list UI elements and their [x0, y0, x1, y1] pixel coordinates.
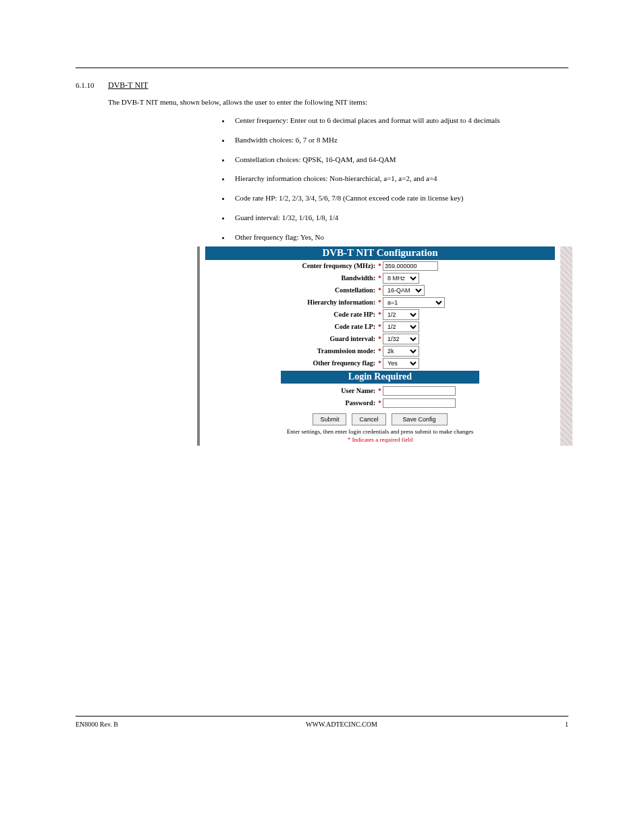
tx-mode-label: Transmission mode: — [200, 347, 377, 355]
required-star: * — [377, 311, 383, 318]
list-item: Hierarchy information choices: Non-hiera… — [231, 174, 568, 184]
save-config-button[interactable]: Save Config — [392, 413, 448, 425]
other-freq-label: Other frequency flag: — [200, 359, 377, 367]
intro-text: The DVB-T NIT menu, shown below, allows … — [108, 97, 568, 107]
bandwidth-label: Bandwidth: — [200, 274, 377, 282]
required-star: * — [377, 286, 383, 294]
required-star: * — [377, 335, 383, 342]
list-item: Bandwidth choices: 6, 7 or 8 MHz — [231, 135, 568, 145]
required-star: * — [377, 347, 383, 355]
footer-center: WWW.ADTECINC.COM — [306, 721, 377, 728]
password-input[interactable] — [383, 398, 456, 408]
config-screenshot: DVB-T NIT Configuration Center frequency… — [197, 246, 572, 446]
other-freq-select[interactable]: Yes — [383, 358, 419, 369]
guard-label: Guard interval: — [200, 335, 377, 342]
list-item: Center frequency: Enter out to 6 decimal… — [231, 115, 568, 126]
bandwidth-select[interactable]: 8 MHz — [383, 273, 419, 284]
login-title: Login Required — [281, 371, 479, 384]
required-star: * — [377, 387, 383, 394]
cancel-button[interactable]: Cancel — [352, 413, 385, 425]
footer-left: EN8000 Rev. B — [76, 721, 118, 728]
scrollbar-track[interactable] — [560, 246, 572, 446]
required-star: * — [377, 323, 383, 330]
constellation-label: Constellation: — [200, 286, 377, 294]
top-rule — [76, 68, 568, 68]
required-star: * — [377, 359, 383, 367]
code-rate-lp-label: Code rate LP: — [200, 323, 377, 330]
center-freq-label: Center frequency (MHz): — [200, 262, 377, 269]
list-item: Other frequency flag: Yes, No — [231, 232, 568, 242]
username-label: User Name: — [200, 387, 377, 394]
section-heading: 6.1.10 DVB-T NIT — [76, 80, 568, 90]
section-title: DVB-T NIT — [108, 80, 148, 90]
footer-right: 1 — [565, 721, 568, 728]
list-item: Guard interval: 1/32, 1/16, 1/8, 1/4 — [231, 213, 568, 223]
required-star: * — [377, 298, 383, 306]
tx-mode-select[interactable]: 2k — [383, 346, 419, 357]
list-item: Constellation choices: QPSK, 16-QAM, and… — [231, 155, 568, 165]
center-freq-input[interactable] — [383, 261, 438, 271]
section-number: 6.1.10 — [76, 81, 108, 89]
required-star: * — [377, 262, 383, 269]
code-rate-hp-label: Code rate HP: — [200, 311, 377, 318]
constellation-select[interactable]: 16-QAM — [383, 285, 425, 296]
password-label: Password: — [200, 399, 377, 407]
required-star: * — [377, 399, 383, 407]
hierarchy-label: Hierarchy information: — [200, 298, 377, 306]
required-star: * — [377, 274, 383, 282]
code-rate-hp-select[interactable]: 1/2 — [383, 309, 419, 320]
hierarchy-select[interactable]: a=1 — [383, 297, 445, 308]
panel-title: DVB-T NIT Configuration — [205, 246, 555, 260]
bullet-list: Center frequency: Enter out to 6 decimal… — [231, 115, 568, 242]
list-item: Code rate HP: 1/2, 2/3, 3/4, 5/6, 7/8 (C… — [231, 193, 568, 203]
guard-select[interactable]: 1/32 — [383, 334, 419, 344]
submit-button[interactable]: Submit — [313, 413, 346, 425]
page-footer: EN8000 Rev. B WWW.ADTECINC.COM 1 — [76, 716, 568, 728]
bottom-rule — [76, 716, 568, 716]
hint-text: Enter settings, then enter login credent… — [200, 428, 560, 435]
username-input[interactable] — [383, 386, 456, 396]
required-hint: * Indicates a required field — [200, 436, 560, 443]
code-rate-lp-select[interactable]: 1/2 — [383, 321, 419, 332]
